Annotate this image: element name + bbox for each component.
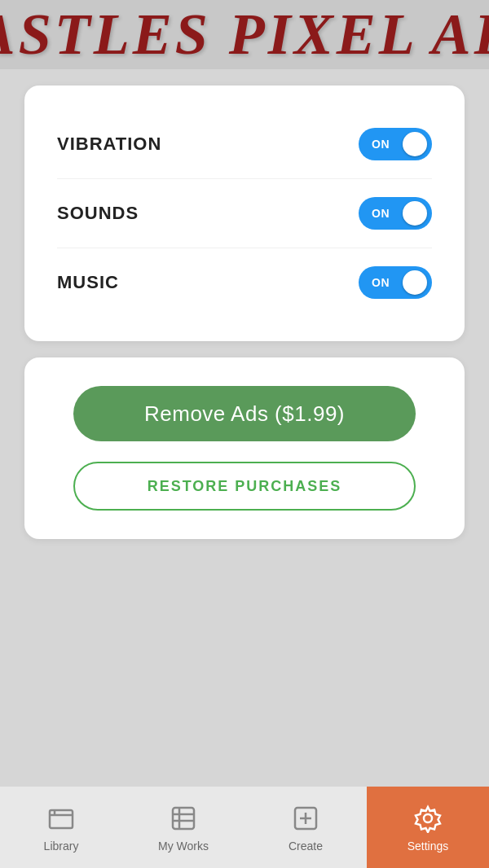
sounds-row: SOUNDS ON bbox=[57, 179, 432, 248]
nav-item-create[interactable]: Create bbox=[244, 787, 367, 868]
music-toggle[interactable]: ON bbox=[359, 266, 432, 299]
music-toggle-knob bbox=[403, 270, 427, 295]
sounds-toggle-knob bbox=[403, 201, 427, 226]
app-header: CASTLES PIXEL ART bbox=[0, 0, 489, 69]
vibration-row: VIBRATION ON bbox=[57, 110, 432, 179]
nav-item-settings[interactable]: Settings bbox=[367, 787, 489, 868]
svg-rect-0 bbox=[50, 810, 73, 828]
music-toggle-label: ON bbox=[372, 276, 390, 289]
bottom-nav: Library My Works Create bbox=[0, 787, 489, 868]
vibration-label: VIBRATION bbox=[57, 134, 161, 155]
music-row: MUSIC ON bbox=[57, 248, 432, 317]
main-content: VIBRATION ON SOUNDS ON MUSIC ON Remove A… bbox=[0, 69, 489, 572]
settings-nav-label: Settings bbox=[408, 840, 449, 853]
library-nav-label: Library bbox=[44, 840, 79, 853]
create-nav-label: Create bbox=[289, 840, 323, 853]
svg-rect-3 bbox=[173, 808, 194, 829]
vibration-toggle[interactable]: ON bbox=[359, 128, 432, 160]
app-title: CASTLES PIXEL ART bbox=[0, 1, 489, 68]
settings-card: VIBRATION ON SOUNDS ON MUSIC ON bbox=[24, 85, 465, 341]
purchase-card: Remove Ads ($1.99) RESTORE PURCHASES bbox=[24, 357, 465, 539]
remove-ads-label: Remove Ads ($1.99) bbox=[144, 401, 345, 427]
vibration-toggle-label: ON bbox=[372, 138, 390, 151]
settings-icon bbox=[412, 802, 444, 835]
music-label: MUSIC bbox=[57, 272, 119, 293]
restore-purchases-label: RESTORE PURCHASES bbox=[148, 478, 342, 495]
svg-point-10 bbox=[424, 814, 432, 822]
sounds-toggle[interactable]: ON bbox=[359, 197, 432, 230]
remove-ads-button[interactable]: Remove Ads ($1.99) bbox=[73, 386, 416, 441]
create-icon bbox=[289, 802, 322, 835]
my-works-nav-label: My Works bbox=[158, 840, 209, 853]
sounds-label: SOUNDS bbox=[57, 203, 139, 224]
nav-item-my-works[interactable]: My Works bbox=[122, 787, 244, 868]
library-icon bbox=[45, 802, 77, 835]
vibration-toggle-knob bbox=[403, 132, 427, 156]
nav-item-library[interactable]: Library bbox=[0, 787, 122, 868]
sounds-toggle-label: ON bbox=[372, 207, 390, 220]
restore-purchases-button[interactable]: RESTORE PURCHASES bbox=[73, 462, 416, 511]
my-works-icon bbox=[167, 802, 200, 835]
